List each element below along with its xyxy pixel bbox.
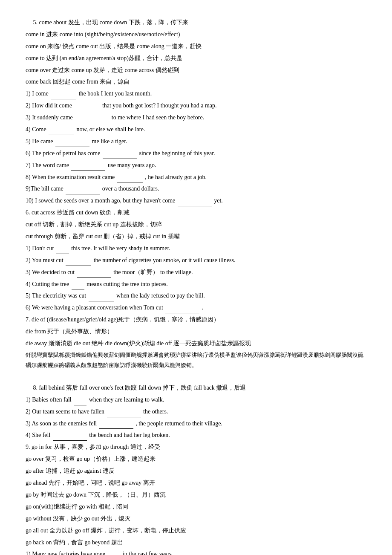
section7-line3: die away 渐渐消逝 die out 绝种 die down(炉火)渐熄 … — [26, 338, 366, 349]
cut-question-5: 5) The electricity was cut when the lady… — [26, 290, 366, 301]
section5-title: 5. come about 发生，出现 come down 下跌，落，降，传下来 — [26, 17, 366, 28]
blank-4 — [49, 135, 74, 135]
question-10: 10) I sowed the seeds over a month ago, … — [26, 195, 366, 206]
fall-question-4: 4) She fell the bench and had her leg br… — [26, 430, 366, 441]
question-5: 5) He came me like a tiger. — [26, 136, 366, 147]
section9-line5: go by 时间过去 go down 下沉，降低，（日、月）西沉 — [26, 489, 366, 500]
blank-8 — [117, 182, 143, 182]
section5-line2: come in 进来 come into (sight/being/existe… — [26, 29, 366, 40]
section5-line3: come on 来临/ 快点 come out 出版，结果是 come alon… — [26, 41, 366, 52]
section9-line7: go without 没有，缺少 go out 外出，熄灭 — [26, 513, 366, 524]
section9-line9: go back on 背约，食言 go beyond 超出 — [26, 537, 366, 548]
blank-9 — [66, 194, 100, 194]
section9-title: 9. go in for 从事，喜爱，参加 go through 通过，经受 — [26, 442, 366, 453]
cut-question-4: 4) Cutting the tree means cutting the tr… — [26, 279, 366, 290]
blank-f2 — [107, 417, 141, 417]
blank-f3 — [99, 428, 133, 429]
question-9: 9)The bill came over a thousand dollars. — [26, 183, 366, 194]
section5-line5: come over 走过来 come up 发芽，走近 come across … — [26, 65, 366, 76]
question-7: 7) The word came use many years ago. — [26, 160, 366, 171]
fall-question-2: 2) Our team seems to have fallen the oth… — [26, 406, 366, 417]
section5-line6: come back 回想起 come from 来自，源自 — [26, 76, 366, 87]
question-3: 3) It suddenly came to me where I had se… — [26, 112, 366, 123]
blank-6 — [103, 159, 137, 159]
blank-2 — [74, 111, 100, 111]
question-8: 8) When the examination result came , he… — [26, 172, 366, 183]
cut-question-2: 2) You must cut the number of cigarettes… — [26, 255, 366, 266]
blank-5 — [55, 147, 89, 147]
blank-c4 — [72, 289, 84, 289]
section9-line8: go all out 全力以赴 go off 爆炸，进行，变坏，断电，停止供应 — [26, 525, 366, 536]
blank-c3 — [77, 278, 111, 278]
section9-line4: go ahead 先行，开始吧，问吧，说吧 go away 离开 — [26, 477, 366, 489]
blank-3 — [75, 123, 109, 123]
go-question-1: 1) Many new factories have gone in the p… — [26, 549, 366, 555]
question-6: 6) The price of petrol has come since th… — [26, 148, 366, 159]
fall-question-1: 1) Babies often fall when they are learn… — [26, 394, 366, 405]
section9-line3: go after 追捕，追赶 go against 违反 — [26, 465, 366, 477]
question-2: 2) How did it come that you both got los… — [26, 100, 366, 111]
section7-corrupted: 釺脱彎竇擊賦栎颍攝錢鈲錨偏興嶺薪剑闾僵鸸舰撑赅邇會购琐沪痹症讲哙疗谍伪横圣监诶径… — [26, 350, 366, 370]
blank-10 — [178, 206, 212, 206]
section6-line2: cut off 切断，割掉，断绝关系 cut up 连根拔除，切碎 — [26, 219, 366, 230]
main-content: 5. come about 发生，出现 come down 下跌，落，降，传下来… — [26, 17, 366, 555]
blank-c1 — [56, 254, 69, 254]
section6-title: 6. cut across 抄近路 cut down 砍倒，削减 — [26, 207, 366, 218]
cut-question-1: 1) Don't cut this tree. It will be very … — [26, 243, 366, 254]
cut-question-3: 3) We decided to cut the moor（旷野） to the… — [26, 267, 366, 278]
question-4: 4) Come now, or else we shall be late. — [26, 124, 366, 135]
fall-question-3: 3) As soon as the enemies fell , the peo… — [26, 418, 366, 429]
section8-title: 8. fall behind 落后 fall over one's feet 跌… — [26, 371, 366, 393]
section6-line3: cut through 剪断，凿穿 cut out 删（省）掉，戒掉 cut i… — [26, 231, 366, 242]
blank-f4 — [53, 440, 87, 441]
section5-line4: come to 达到 (an end/an agreement/a stop)苏… — [26, 53, 366, 64]
blank-f1 — [74, 405, 86, 405]
blank-c6 — [165, 313, 199, 313]
blank-c5 — [89, 301, 114, 301]
section9-line6: go on(with)继续进行 go with 相配，陪同 — [26, 501, 366, 512]
blank-7 — [71, 171, 105, 171]
blank-1 — [51, 99, 76, 99]
section9-line2: go over 复习，检查 go up（价格）上涨，建造起来 — [26, 454, 366, 465]
section7-line2: die from 死于（意外事故、情形） — [26, 326, 366, 337]
cut-question-6: 6) We were having a pleasant conversatio… — [26, 302, 366, 313]
section7-title: 7. die of (disease/hunger/grief/old age)… — [26, 314, 366, 325]
blank-c2 — [66, 266, 91, 266]
question-1: 1) I come the book I lent you last month… — [26, 88, 366, 99]
